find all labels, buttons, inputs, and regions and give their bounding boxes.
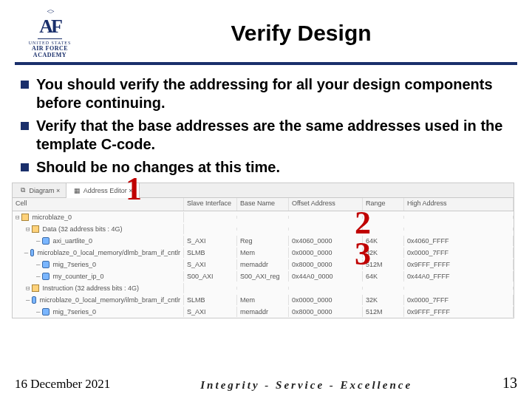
cell-name: Instruction (32 address bits : 4G) — [42, 284, 139, 292]
cell-base: S00_AXI_reg — [237, 271, 289, 282]
cell-base — [237, 216, 289, 219]
bus-icon — [42, 261, 50, 268]
bus-icon — [42, 308, 50, 316]
cell-name: mig_7series_0 — [52, 308, 96, 316]
table-header: Cell Slave Interface Base Name Offset Ad… — [13, 198, 514, 211]
af-academy-logo: < > AF UNITED STATES AIR FORCE ACADEMY — [15, 7, 85, 59]
table-row[interactable]: —axi_uartlite_0S_AXIReg0x4060_000064K0x4… — [13, 235, 514, 247]
cell-name: my_counter_ip_0 — [52, 273, 103, 280]
annotation-2: 2 — [355, 207, 371, 239]
annotation-1: 1 — [126, 173, 142, 205]
page-title: Verify Design — [85, 21, 517, 46]
footer-page-number: 13 — [502, 375, 517, 392]
footer-motto: Integrity - Service - Excellence — [110, 379, 502, 392]
cell-high — [404, 216, 514, 219]
cell-high — [404, 287, 514, 290]
diagram-icon: ⧉ — [18, 186, 27, 194]
cell-slave — [184, 216, 237, 219]
table-row[interactable]: —microblaze_0_local_memory/ilmb_bram_if_… — [13, 294, 514, 306]
cell-base: Mem — [237, 248, 289, 258]
table-row[interactable]: ⊟Data (32 address bits : 4G) — [13, 223, 514, 235]
tree-twisty-icon[interactable]: — — [36, 273, 40, 280]
cell-range: 64K — [363, 271, 404, 282]
cell-offset: 0x8000_0000 — [289, 259, 363, 270]
chip-icon — [32, 284, 39, 292]
cell-slave — [184, 287, 237, 290]
col-high: High Address — [404, 198, 514, 211]
col-offset: Offset Address — [289, 198, 363, 211]
tab-diagram[interactable]: ⧉ Diagram × — [13, 183, 66, 198]
cell-base — [237, 228, 289, 231]
bullet-text: You should verify the addressing for all… — [36, 75, 513, 112]
cell-high: 0x44A0_FFFF — [404, 271, 514, 282]
bullet-icon — [21, 163, 29, 171]
tree-twisty-icon[interactable]: — — [24, 249, 28, 256]
cell-offset: 0x4060_0000 — [289, 236, 363, 246]
table-row[interactable]: ⊟Instruction (32 address bits : 4G) — [13, 282, 514, 294]
cell-slave: S_AXI — [184, 236, 237, 246]
cell-base: memaddr — [237, 307, 289, 317]
bullet-icon — [21, 122, 29, 130]
cell-name: microblaze_0_local_memory/ilmb_bram_if_c… — [39, 296, 180, 304]
chip-icon — [21, 214, 29, 221]
cell-name: microblaze_0_local_memory/dlmb_bram_if_c… — [37, 249, 180, 256]
cell-offset — [289, 287, 363, 290]
cell-high: 0x4060_FFFF — [404, 236, 514, 246]
bullet-list: You should verify the addressing for all… — [15, 75, 517, 177]
cell-offset — [289, 216, 363, 219]
cell-high: 0x9FFF_FFFF — [404, 307, 514, 317]
chip-icon — [32, 225, 39, 233]
cell-offset: 0x0000_0000 — [289, 295, 363, 305]
col-slave: Slave Interface — [184, 198, 237, 211]
cell-high — [404, 228, 514, 231]
address-icon: ▦ — [72, 187, 81, 194]
table-row[interactable]: —mig_7series_0S_AXImemaddr0x8000_0000512… — [13, 306, 514, 318]
cell-offset — [289, 228, 363, 231]
cell-range — [363, 287, 404, 290]
cell-high: 0x9FFF_FFFF — [404, 259, 514, 270]
bus-icon — [42, 273, 50, 280]
col-base: Base Name — [237, 198, 289, 211]
tree-twisty-icon[interactable]: — — [26, 296, 30, 304]
cell-high: 0x0000_7FFF — [404, 248, 514, 258]
cell-range: 32K — [363, 295, 404, 305]
cell-slave: SLMB — [184, 248, 237, 258]
annotation-3: 3 — [355, 238, 371, 270]
tree-twisty-icon[interactable]: ⊟ — [16, 214, 19, 221]
cell-range: 512M — [363, 307, 404, 317]
bullet-text: Should be no changes at this time. — [36, 158, 280, 177]
cell-name: Data (32 address bits : 4G) — [42, 225, 122, 233]
cell-name: axi_uartlite_0 — [52, 237, 92, 245]
cell-slave: SLMB — [184, 295, 237, 305]
cell-name: mig_7series_0 — [52, 261, 96, 268]
bullet-text: Verify that the base addresses are the s… — [36, 117, 513, 154]
cell-base: Reg — [237, 236, 289, 246]
cell-name: microblaze_0 — [32, 214, 72, 221]
cell-base: memaddr — [237, 259, 289, 270]
bus-icon — [32, 296, 36, 304]
col-cell: Cell — [13, 198, 184, 211]
cell-offset: 0x0000_0000 — [289, 248, 363, 258]
address-editor-panel: ⧉ Diagram × ▦ Address Editor × Cell Slav… — [12, 183, 514, 318]
cell-high: 0x0000_7FFF — [404, 295, 514, 305]
tree-twisty-icon[interactable]: ⊟ — [26, 284, 30, 292]
tree-twisty-icon[interactable]: — — [36, 308, 40, 316]
table-row[interactable]: —my_counter_ip_0S00_AXIS00_AXI_reg0x44A0… — [13, 270, 514, 282]
table-row[interactable]: ⊟microblaze_0 — [13, 211, 514, 223]
bus-icon — [30, 249, 34, 256]
tree-twisty-icon[interactable]: ⊟ — [26, 225, 30, 233]
bullet-icon — [21, 81, 29, 89]
cell-base — [237, 287, 289, 290]
table-row[interactable]: —mig_7series_0S_AXImemaddr0x8000_0000512… — [13, 259, 514, 270]
tree-twisty-icon[interactable]: — — [36, 261, 40, 268]
table-row[interactable]: —microblaze_0_local_memory/dlmb_bram_if_… — [13, 247, 514, 259]
footer-date: 16 December 2021 — [15, 377, 110, 392]
cell-slave: S00_AXI — [184, 271, 237, 282]
cell-slave — [184, 228, 237, 231]
cell-offset: 0x44A0_0000 — [289, 271, 363, 282]
cell-offset: 0x8000_0000 — [289, 307, 363, 317]
tree-twisty-icon[interactable]: — — [36, 237, 40, 245]
cell-base: Mem — [237, 295, 289, 305]
cell-slave: S_AXI — [184, 307, 237, 317]
header-rule — [15, 62, 517, 65]
